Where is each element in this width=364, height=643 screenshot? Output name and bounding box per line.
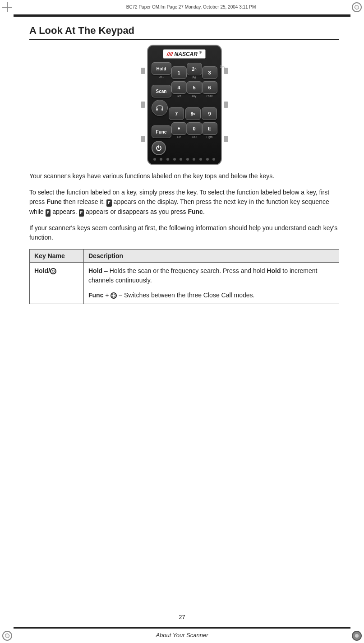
- key9-wrapper: 9: [202, 107, 217, 120]
- keyE-wrapper: E Pgm: [202, 122, 217, 139]
- key3-wrapper: 3: [202, 66, 217, 79]
- key1-wrapper: 1: [171, 66, 187, 79]
- func-key[interactable]: Func: [152, 125, 171, 138]
- para2-text4: appears.: [51, 208, 78, 215]
- main-content: A Look At The Keypad //// NASCAR ®: [29, 25, 339, 616]
- scan-key[interactable]: Scan: [152, 85, 171, 97]
- func-key-wrapper: Func: [152, 125, 171, 139]
- key-3[interactable]: 3: [202, 66, 217, 79]
- hold-key[interactable]: Hold: [152, 62, 171, 75]
- key4-sublabel: Src: [177, 94, 181, 97]
- keypad-row-1: Hold -⊙- 1 2^ Pri 3 Svc: [152, 62, 217, 79]
- key-e[interactable]: E: [202, 122, 217, 135]
- key6-sublabel: PSrc: [206, 94, 212, 97]
- keypad: //// NASCAR ® Hold -⊙- 1: [147, 45, 222, 165]
- hold-bold-2: Hold: [267, 267, 281, 274]
- dot-5: [180, 158, 182, 161]
- hold-sublabel: -⊙-: [159, 75, 163, 79]
- bottom-bar: [14, 627, 350, 629]
- corner-mark-tl: [2, 2, 12, 12]
- key2-wrapper: 2^ Pri: [187, 63, 202, 79]
- dot-8: [199, 158, 202, 161]
- hold-bold-1: Hold: [88, 267, 102, 274]
- para2-func2: Func: [188, 208, 203, 215]
- svc-label: Svc: [220, 65, 226, 68]
- para2-func1: Func: [46, 198, 61, 205]
- keypad-right-side: [222, 45, 230, 165]
- dot-sublabel: Clr: [177, 135, 180, 139]
- dot-6: [186, 158, 189, 161]
- keypad-container: //// NASCAR ® Hold -⊙- 1: [29, 45, 339, 165]
- key-8[interactable]: 8v: [185, 107, 201, 120]
- col2-header: Description: [84, 250, 339, 263]
- dot-9: [206, 158, 209, 161]
- keypad-row-3: 7 8v 9: [152, 100, 217, 120]
- close-call-icon: [111, 292, 117, 299]
- paragraph-2: To select the function labeled on a key,…: [29, 188, 339, 217]
- key-1[interactable]: 1: [171, 66, 187, 79]
- key-table: Key Name Description Hold/ Hold – Holds …: [29, 249, 339, 304]
- para2-text2: then release it.: [62, 198, 107, 205]
- key2-sublabel: Pri: [193, 76, 196, 79]
- dot-2: [160, 158, 162, 161]
- headset-icon: [156, 104, 164, 112]
- key-name-text: Hold/: [34, 267, 56, 274]
- power-key-wrapper: [152, 141, 166, 155]
- top-bar: [14, 14, 350, 17]
- keypad-row-4: Func • Clr 0 L/O E Pgm: [152, 122, 217, 139]
- key0-sublabel: L/O: [192, 135, 196, 139]
- dot-3: [166, 158, 169, 161]
- icon-key-wrapper: [152, 100, 168, 120]
- icon-key[interactable]: [152, 100, 168, 116]
- key-2[interactable]: 2^: [187, 63, 202, 75]
- scan-key-wrapper: Scan: [152, 85, 171, 97]
- func-bold: Func: [88, 291, 103, 299]
- dot-7: [193, 158, 195, 161]
- keypad-row-2: Scan 4 Src 5 Dly 6 PSrc: [152, 81, 217, 97]
- hold-desc-1: Hold – Holds the scan or the frequency s…: [88, 266, 334, 285]
- header-info: BC72 Paper OM.fm Page 27 Monday, October…: [41, 5, 341, 9]
- svg-rect-0: [156, 108, 158, 111]
- key-0[interactable]: 0: [187, 122, 202, 135]
- section-title: A Look At The Keypad: [29, 25, 339, 40]
- keypad-left-side: [139, 45, 147, 165]
- dot-key-wrapper: • Clr: [171, 122, 187, 139]
- hold-desc-2: Func + – Switches between the three Clos…: [88, 291, 334, 300]
- page-number: 27: [0, 614, 364, 620]
- key5-sublabel: Dly: [192, 94, 196, 97]
- key4-wrapper: 4 Src: [171, 81, 187, 97]
- dot-key[interactable]: •: [171, 122, 187, 135]
- paragraph-3: If your scanner's keys seem confusing at…: [29, 223, 339, 243]
- key-5[interactable]: 5: [187, 81, 202, 94]
- key-7[interactable]: 7: [169, 107, 184, 120]
- key5-wrapper: 5 Dly: [187, 81, 202, 97]
- hold-key-wrapper: Hold -⊙-: [152, 62, 171, 79]
- nascar-logo: //// NASCAR ®: [163, 49, 206, 59]
- key-9[interactable]: 9: [202, 107, 217, 120]
- table-row: Hold/ Hold – Holds the scan or the frequ…: [30, 263, 339, 304]
- table-header-row: Key Name Description: [30, 250, 339, 263]
- func-symbol-2: F: [46, 209, 51, 217]
- para2-text5: appears or disappears as you press: [84, 208, 188, 215]
- func-symbol-1: F: [106, 199, 112, 207]
- dot-10: [212, 158, 215, 161]
- key8-wrapper: 8v: [185, 107, 201, 120]
- key-name-cell: Hold/: [30, 263, 84, 304]
- svg-rect-1: [161, 108, 163, 111]
- power-row: [152, 141, 217, 155]
- dots-row: [152, 158, 217, 161]
- func-symbol-3: F: [79, 209, 84, 217]
- key-6[interactable]: 6: [202, 81, 217, 94]
- nascar-logo-wrapper: //// NASCAR ®: [152, 49, 217, 59]
- power-icon: [156, 145, 162, 151]
- key6-wrapper: 6 PSrc: [202, 81, 217, 97]
- para2-text6: .: [203, 208, 205, 215]
- key7-wrapper: 7: [169, 107, 184, 120]
- key-4[interactable]: 4: [171, 81, 187, 94]
- dot-4: [173, 158, 176, 161]
- power-key[interactable]: [152, 141, 166, 155]
- key0-wrapper: 0 L/O: [187, 122, 202, 139]
- key-description-cell: Hold – Holds the scan or the frequency s…: [84, 263, 339, 304]
- col1-header: Key Name: [30, 250, 84, 263]
- dot-1: [153, 158, 156, 161]
